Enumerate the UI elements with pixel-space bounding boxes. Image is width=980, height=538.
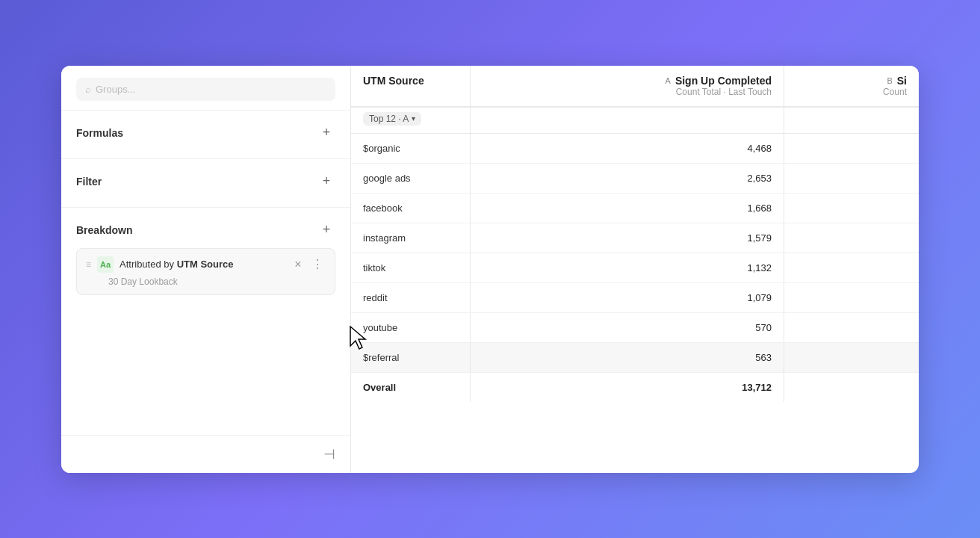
col-b-letter: B [887, 76, 892, 85]
drag-handle-icon[interactable]: ≡ [86, 259, 91, 270]
utm-filter-button[interactable]: Top 12 · A ▾ [363, 112, 421, 126]
utm-cell: instagram [351, 223, 471, 253]
utm-cell: $referral [351, 343, 471, 372]
utm-cell: tiktok [351, 253, 471, 282]
sidebar: ⌕ Groups... Formulas + Filter + Breakdow… [61, 66, 351, 473]
value-a-cell: 1,132 [471, 253, 784, 282]
utm-cell: reddit [351, 283, 471, 312]
utm-cell: $organic [351, 134, 471, 163]
search-bar[interactable]: ⌕ Groups... [76, 78, 335, 101]
col-a-sub: Count Total · Last Touch [483, 87, 772, 97]
sidebar-footer: ⊣ [61, 435, 350, 473]
value-a-cell: 4,468 [471, 134, 784, 163]
breakdown-label: Breakdown [76, 224, 132, 236]
utm-cell: google ads [351, 164, 471, 193]
utm-filter-cell: Top 12 · A ▾ [351, 108, 471, 133]
formulas-section: Formulas + [61, 111, 350, 158]
table-row: Overall 13,712 [351, 373, 919, 402]
breakdown-more-button[interactable]: ⋮ [309, 256, 326, 273]
value-a-cell: 2,653 [471, 164, 784, 193]
breakdown-label-text: Attributed by UTM Source [120, 259, 284, 270]
search-placeholder: Groups... [96, 84, 135, 95]
value-b-cell [784, 164, 919, 193]
add-breakdown-button[interactable]: + [317, 221, 335, 239]
add-formula-button[interactable]: + [317, 124, 335, 142]
col-b-sub: Count [796, 87, 907, 97]
search-icon: ⌕ [85, 84, 91, 95]
sidebar-top: ⌕ Groups... [61, 66, 350, 111]
value-a-cell: 1,668 [471, 194, 784, 223]
col-utm-header: UTM Source [351, 66, 471, 106]
table-row: reddit 1,079 [351, 283, 919, 313]
filter-section: Filter + [61, 158, 350, 207]
table-row: tiktok 1,132 [351, 253, 919, 283]
utm-col-title: UTM Source [363, 75, 458, 87]
utm-cell-overall: Overall [351, 373, 471, 402]
value-a-cell: 1,079 [471, 283, 784, 312]
utm-cell: facebook [351, 194, 471, 223]
value-b-cell-overall [784, 373, 919, 402]
table-area: UTM Source A Sign Up Completed Count Tot… [351, 66, 919, 473]
value-b-cell [784, 253, 919, 282]
value-b-cell [784, 313, 919, 342]
breakdown-close-button[interactable]: × [290, 256, 306, 273]
breakdown-section: Breakdown + ≡ Aa Attributed by UTM Sourc… [61, 207, 350, 303]
filter-label: Filter [76, 176, 102, 188]
breakdown-card: ≡ Aa Attributed by UTM Source × ⋮ 30 Day… [76, 248, 335, 295]
breakdown-lookback: 30 Day Lookback [108, 276, 326, 287]
table-row: instagram 1,579 [351, 223, 919, 253]
col-b-event: Si [897, 75, 907, 87]
formulas-label: Formulas [76, 127, 123, 139]
value-a-cell: 570 [471, 313, 784, 342]
main-panel: ⌕ Groups... Formulas + Filter + Breakdow… [61, 66, 919, 473]
table-row: $referral 563 [351, 343, 919, 373]
value-a-cell: 563 [471, 343, 784, 372]
breakdown-type-icon: Aa [97, 256, 114, 273]
utm-filter-row: Top 12 · A ▾ [351, 108, 919, 134]
value-b-cell [784, 223, 919, 253]
collapse-sidebar-button[interactable]: ⊣ [323, 446, 335, 463]
value-b-cell [784, 194, 919, 223]
table-body: $organic 4,468 google ads 2,653 facebook… [351, 134, 919, 473]
table-header: UTM Source A Sign Up Completed Count Tot… [351, 66, 919, 108]
add-filter-button[interactable]: + [317, 173, 335, 191]
value-b-cell [784, 343, 919, 372]
col-a-event: Sign Up Completed [675, 75, 772, 87]
col-a-letter: A [666, 76, 671, 85]
table-row: $organic 4,468 [351, 134, 919, 164]
utm-filter-label: Top 12 · A [369, 114, 409, 124]
value-b-cell [784, 134, 919, 163]
value-b-cell [784, 283, 919, 312]
col-a-header: A Sign Up Completed Count Total · Last T… [471, 66, 784, 106]
table-row: facebook 1,668 [351, 194, 919, 223]
collapse-icon: ⊣ [323, 446, 335, 463]
chevron-down-icon: ▾ [412, 114, 415, 123]
utm-cell: youtube [351, 313, 471, 342]
table-row: google ads 2,653 [351, 164, 919, 194]
col-b-header: B Si Count [784, 66, 919, 106]
table-row: youtube 570 [351, 313, 919, 343]
value-a-cell-overall: 13,712 [471, 373, 784, 402]
value-a-cell: 1,579 [471, 223, 784, 253]
